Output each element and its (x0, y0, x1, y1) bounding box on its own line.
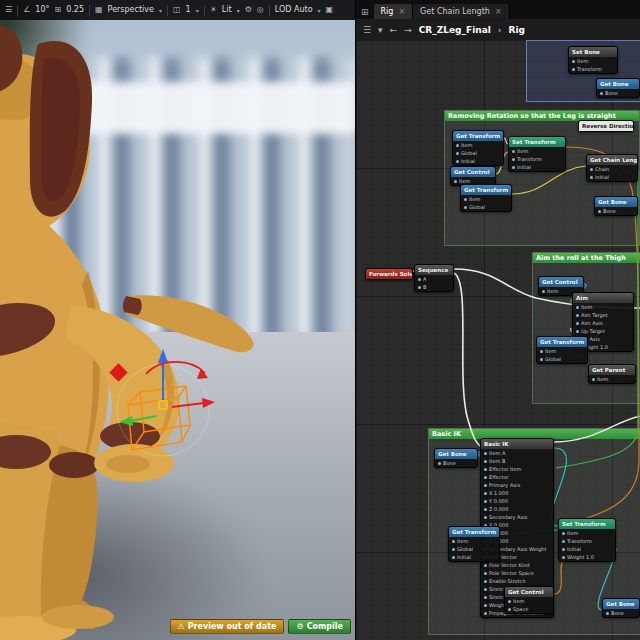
node-pin[interactable]: Item (449, 537, 499, 545)
node-pin[interactable]: Y 0.000 (481, 497, 553, 505)
chevron-down-icon[interactable]: ▾ (378, 25, 383, 35)
graph-node[interactable]: Get BoneBone (434, 448, 478, 468)
node-pin[interactable]: Pole Vector Kind (481, 561, 553, 569)
breadcrumb-separator: › (498, 25, 502, 35)
node-pin[interactable]: Global (449, 545, 499, 553)
node-pin[interactable]: Item (505, 597, 553, 605)
node-pin[interactable]: Item (569, 57, 617, 65)
screen-percentage-dropdown[interactable]: 1 (186, 0, 191, 20)
breadcrumb-page[interactable]: Rig (508, 25, 524, 35)
forward-icon[interactable]: → (404, 25, 412, 35)
graph-icon[interactable]: ⊞ (356, 7, 374, 19)
viewport-menu-icon[interactable]: ☰ (5, 0, 12, 20)
node-pin[interactable]: Transform (559, 537, 615, 545)
chevron-down-icon[interactable]: ▾ (159, 7, 162, 14)
graph-node[interactable]: Set TransformItemTransformInitial (508, 136, 566, 172)
graph-node[interactable]: Get TransformItemGlobalInitial (452, 130, 504, 166)
graph-node[interactable]: Get TransformItemGlobalInitial (448, 526, 500, 562)
lod-dropdown[interactable]: LOD Auto (275, 0, 313, 20)
node-pin[interactable]: Global (461, 203, 511, 211)
graph-node[interactable]: Get ControlItem (450, 166, 496, 186)
node-pin[interactable]: A (415, 275, 453, 283)
node-pin[interactable]: Initial (587, 173, 637, 181)
scale-snap-icon[interactable]: ⊞ (55, 0, 62, 20)
node-pin[interactable]: Space (505, 605, 553, 613)
node-pin[interactable]: Item A (481, 449, 553, 457)
chevron-down-icon[interactable]: ▾ (318, 7, 321, 14)
node-pin[interactable]: Effector Item (481, 465, 553, 473)
tab-bar: ⊞ Rig × Get Chain Length × (356, 0, 640, 19)
node-pin[interactable]: B (415, 283, 453, 291)
graph-node[interactable]: Get TransformItemGlobal (460, 184, 512, 212)
node-pin[interactable]: Item (509, 147, 565, 155)
node-pin[interactable]: Item (559, 529, 615, 537)
graph-canvas[interactable]: Removing Rotation so that the Leg is str… (356, 40, 640, 640)
node-pin[interactable]: Item (537, 347, 587, 355)
node-pin[interactable]: Weight 1.0 (559, 553, 615, 561)
perspective-dropdown[interactable]: Perspective (108, 0, 154, 20)
graph-node[interactable]: Get BoneBone (596, 78, 640, 98)
node-pin[interactable]: Initial (453, 157, 503, 165)
node-pin[interactable]: Initial (449, 553, 499, 561)
node-pin[interactable]: Up Target (573, 327, 633, 335)
node-pin[interactable]: X 1.000 (481, 489, 553, 497)
chevron-down-icon[interactable]: ▾ (196, 7, 199, 14)
breadcrumb-asset[interactable]: CR_ZLeg_Final (419, 25, 491, 35)
preview-out-of-date-button[interactable]: ⚠ Preview out of date (170, 619, 285, 634)
graph-node[interactable]: Forwards Solve (365, 268, 413, 280)
transform-gizmo[interactable] (0, 0, 355, 640)
node-pin[interactable]: Z 0.000 (481, 505, 553, 513)
view-mode-dropdown[interactable]: Lit (222, 0, 232, 20)
node-pin[interactable]: Transform (569, 65, 617, 73)
node-pin[interactable]: Bone (435, 459, 477, 467)
graph-node[interactable]: Get BoneBone (602, 598, 640, 618)
graph-node[interactable]: Get ControlItemSpace (504, 586, 554, 614)
node-pin[interactable]: Primary Axis (481, 481, 553, 489)
rotation-snap-icon[interactable]: ∠ (23, 0, 30, 20)
node-pin[interactable]: Transform (509, 155, 565, 163)
node-pin[interactable]: Item (589, 375, 635, 383)
chevron-down-icon[interactable]: ▾ (237, 7, 240, 14)
camera-icon[interactable]: ◎ (257, 0, 264, 20)
node-pin[interactable]: Global (453, 149, 503, 157)
viewport-scene[interactable] (0, 0, 355, 640)
node-pin[interactable]: Aim Target (573, 311, 633, 319)
show-flags-icon[interactable]: ⚙ (245, 0, 252, 20)
graph-node[interactable]: Get BoneBone (594, 196, 638, 216)
node-pin[interactable]: Aim Axis (573, 319, 633, 327)
node-pin[interactable]: Pole Vector Space (481, 569, 553, 577)
close-icon[interactable]: × (495, 7, 502, 16)
graph-node[interactable]: Get TransformItemGlobal (536, 336, 588, 364)
close-icon[interactable]: × (398, 7, 405, 16)
node-pin[interactable]: Item B (481, 457, 553, 465)
node-pin[interactable]: Item (573, 303, 633, 311)
divider (204, 5, 205, 16)
maximize-icon[interactable]: ▣ (326, 0, 334, 20)
graph-node[interactable]: Set TransformItemTransformInitialWeight … (558, 518, 616, 562)
compile-button[interactable]: ⚙ Compile (288, 619, 351, 634)
node-pin[interactable]: Initial (559, 545, 615, 553)
tab-rig[interactable]: Rig × (374, 4, 414, 19)
node-pin[interactable]: Item (461, 195, 511, 203)
node-pin[interactable]: Global (537, 355, 587, 363)
rotation-snap-value[interactable]: 10° (35, 0, 49, 20)
graph-node[interactable]: Set BoneItemTransform (568, 46, 618, 74)
node-pin[interactable]: Bone (597, 89, 639, 97)
node-pin[interactable]: Bone (595, 207, 637, 215)
graph-node[interactable]: Get ParentItem (588, 364, 636, 384)
node-pin[interactable]: Chain (587, 165, 637, 173)
divider (167, 5, 168, 16)
node-pin[interactable]: Initial (509, 163, 565, 171)
node-pin[interactable]: Bone (603, 609, 639, 617)
node-pin[interactable]: Item (453, 141, 503, 149)
menu-icon[interactable]: ☰ (363, 25, 371, 35)
tab-get-chain-length[interactable]: Get Chain Length × (413, 4, 510, 19)
node-pin[interactable]: Enable Stretch (481, 577, 553, 585)
node-pin[interactable]: Effector (481, 473, 553, 481)
node-pin[interactable]: Secondary Axis (481, 513, 553, 521)
graph-node[interactable]: Get Chain LengthChainInitial (586, 154, 638, 182)
back-icon[interactable]: ← (390, 25, 398, 35)
graph-node[interactable]: SequenceAB (414, 264, 454, 292)
graph-node[interactable]: Reverse Direction (578, 120, 634, 132)
scale-snap-value[interactable]: 0.25 (66, 0, 84, 20)
